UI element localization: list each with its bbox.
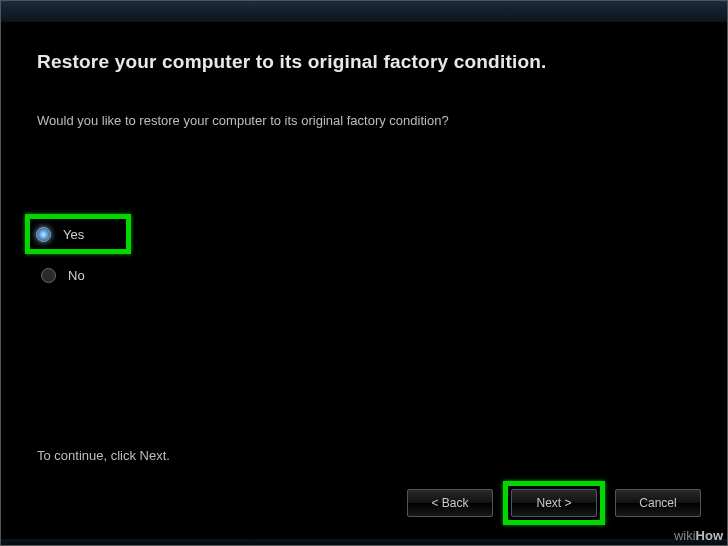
restore-choice-group: Yes No (31, 214, 691, 290)
radio-no-label: No (68, 268, 85, 283)
radio-yes[interactable]: Yes (25, 214, 131, 254)
radio-icon (36, 227, 51, 242)
bottom-strip (1, 539, 727, 545)
question-text: Would you like to restore your computer … (37, 113, 691, 128)
cancel-button[interactable]: Cancel (615, 489, 701, 517)
back-button[interactable]: < Back (407, 489, 493, 517)
radio-no[interactable]: No (31, 260, 691, 290)
continue-hint: To continue, click Next. (37, 448, 170, 463)
next-button[interactable]: Next > (511, 489, 597, 517)
wizard-button-bar: < Back Next > Cancel (407, 481, 701, 525)
window-titlebar (1, 1, 727, 23)
page-title: Restore your computer to its original fa… (37, 51, 691, 73)
wizard-page: Restore your computer to its original fa… (1, 23, 727, 545)
next-button-highlight: Next > (503, 481, 605, 525)
radio-icon (41, 268, 56, 283)
radio-yes-label: Yes (63, 227, 84, 242)
